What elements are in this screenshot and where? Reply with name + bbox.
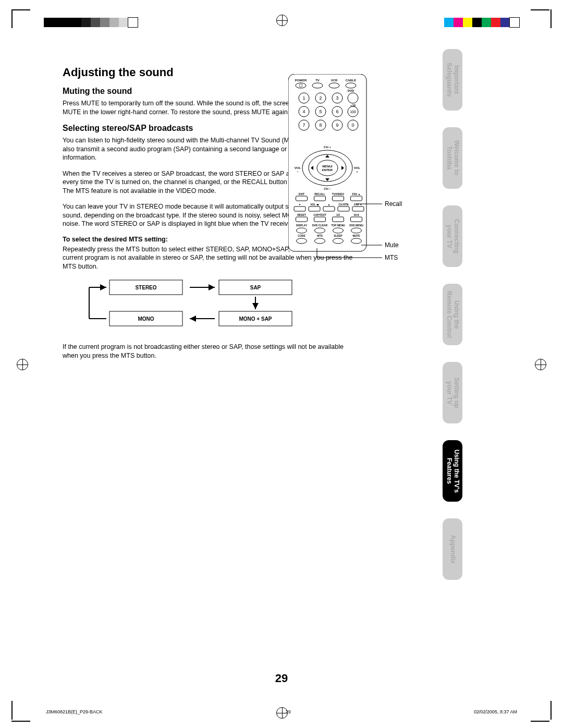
svg-point-12 <box>346 83 356 88</box>
svg-rect-62 <box>338 207 349 211</box>
svg-point-33 <box>348 93 358 103</box>
svg-text:VCR: VCR <box>331 79 338 82</box>
svg-rect-64 <box>352 207 364 211</box>
svg-point-88 <box>351 238 362 244</box>
svg-text:RECALL: RECALL <box>314 192 325 196</box>
svg-text:16:9: 16:9 <box>353 213 359 216</box>
svg-text:1: 1 <box>302 95 305 101</box>
footer: J3M60821B(E)_P29-BACK 29 02/02/2005, 8:3… <box>46 709 517 714</box>
svg-rect-68 <box>314 217 326 222</box>
svg-text:FAV ▼: FAV ▼ <box>354 203 362 206</box>
svg-rect-58 <box>309 207 320 211</box>
svg-rect-52 <box>333 196 344 201</box>
svg-rect-70 <box>333 217 344 222</box>
greyscale-strip <box>44 18 138 27</box>
callout-recall: Recall <box>385 200 402 208</box>
svg-text:1/2: 1/2 <box>336 213 340 216</box>
svg-text:MENU/ENTER: MENU/ENTER <box>322 165 333 172</box>
registration-mark-icon <box>535 359 546 370</box>
section-tab: Welcome toToshiba <box>443 127 462 189</box>
svg-text:5: 5 <box>319 109 322 114</box>
svg-rect-50 <box>314 196 326 201</box>
mts-box-monosap: MONO + SAP <box>239 316 272 322</box>
svg-point-84 <box>315 238 325 244</box>
svg-point-82 <box>297 238 307 244</box>
footer-right: 02/02/2005, 8:37 AM <box>474 709 517 714</box>
svg-text:DISPLAY: DISPLAY <box>296 224 308 227</box>
color-strip <box>444 18 519 27</box>
svg-point-78 <box>333 228 344 233</box>
svg-rect-54 <box>351 196 362 201</box>
svg-text:TOP MENU: TOP MENU <box>331 224 345 227</box>
svg-text:9: 9 <box>336 123 338 128</box>
svg-text:CAP/TEXT: CAP/TEXT <box>313 213 326 216</box>
callout-mute: Mute <box>385 241 399 249</box>
page-number: 29 <box>275 672 288 685</box>
registration-mark-icon <box>17 359 28 370</box>
mts-box-sap: SAP <box>250 285 261 290</box>
svg-rect-56 <box>294 207 305 211</box>
mts-box-mono: MONO <box>138 316 154 322</box>
svg-text:2: 2 <box>319 95 322 101</box>
svg-point-10 <box>329 83 339 88</box>
stereo-p5: If the current program is not broadcasti… <box>63 343 354 360</box>
svg-text:TV/VIDEO: TV/VIDEO <box>332 192 344 196</box>
svg-text:EXIT: EXIT <box>299 192 304 196</box>
section-tab: Appendix <box>443 518 462 580</box>
mts-box-stereo: STEREO <box>135 285 156 290</box>
svg-text:0: 0 <box>351 123 354 128</box>
svg-text:▼: ▼ <box>299 203 301 206</box>
section-tab: ImportantSafeguards <box>443 49 462 111</box>
registration-mark-icon <box>276 15 288 26</box>
svg-point-80 <box>351 228 362 233</box>
svg-text:DVD: DVD <box>348 89 354 92</box>
section-tabs: ImportantSafeguardsWelcome toToshibaConn… <box>443 49 462 597</box>
svg-text:MTS: MTS <box>317 234 323 237</box>
svg-rect-66 <box>296 217 308 222</box>
svg-text:TV: TV <box>315 79 320 82</box>
footer-left: J3M60821B(E)_P29-BACK <box>46 709 103 714</box>
svg-text:6: 6 <box>336 109 338 114</box>
section-tab: Using theRemote Control <box>443 284 462 345</box>
svg-point-74 <box>297 228 307 233</box>
svg-point-86 <box>333 238 344 244</box>
svg-text:VOL ◀: VOL ◀ <box>310 203 319 206</box>
section-tab: Connectingyour TV <box>443 205 462 267</box>
svg-text:3: 3 <box>336 95 338 101</box>
svg-text:7: 7 <box>302 123 305 128</box>
svg-text:RESET: RESET <box>297 213 306 216</box>
svg-rect-48 <box>296 196 308 201</box>
svg-text:CODE: CODE <box>298 234 305 237</box>
svg-text:MUTE: MUTE <box>352 234 360 237</box>
svg-text:4: 4 <box>302 109 305 114</box>
svg-text:CH +: CH + <box>324 145 331 149</box>
svg-text:8: 8 <box>319 123 322 128</box>
svg-text:▲: ▲ <box>328 203 331 206</box>
callout-mts: MTS <box>385 254 398 261</box>
svg-point-6 <box>296 83 306 88</box>
svg-text:POWER: POWER <box>295 79 307 82</box>
svg-point-8 <box>312 83 323 88</box>
remote-control-illustration: POWERTVVCRCABLEDVD 123456789+101000 MENU… <box>288 74 413 319</box>
svg-text:DVD MENU: DVD MENU <box>349 224 363 227</box>
svg-rect-72 <box>351 217 362 222</box>
footer-mid: 29 <box>286 709 291 714</box>
svg-text:FAV ▲: FAV ▲ <box>352 192 361 196</box>
section-tab: Setting upyour TV <box>443 362 462 423</box>
svg-rect-60 <box>323 207 335 211</box>
svg-text:DVD CLEAR: DVD CLEAR <box>312 224 328 227</box>
svg-text:CABLE: CABLE <box>346 79 357 82</box>
svg-text:100: 100 <box>350 110 356 114</box>
svg-text:SLEEP: SLEEP <box>334 234 342 237</box>
svg-point-76 <box>315 228 325 233</box>
svg-text:CH –: CH – <box>324 187 331 190</box>
svg-text:CH RTN: CH RTN <box>339 203 349 206</box>
section-tab: Using the TV'sFeatures <box>443 440 462 502</box>
